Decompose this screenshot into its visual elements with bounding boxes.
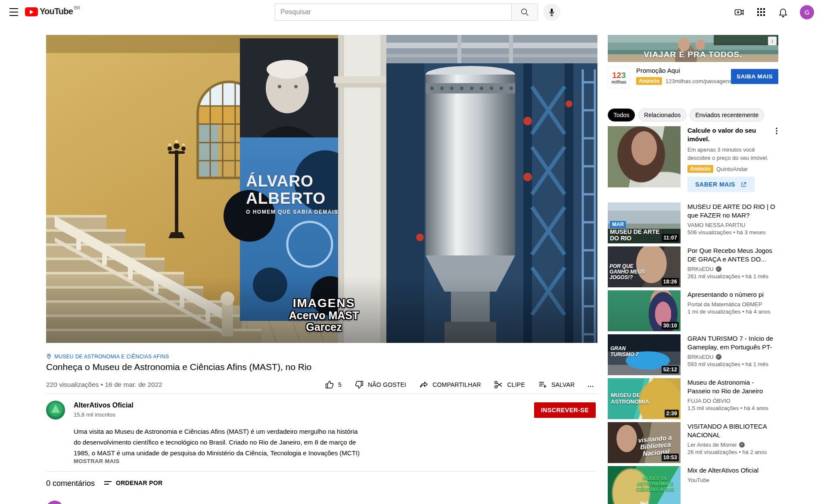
suggested-video[interactable]: visitando a Biblioteca Nacional 10:53 VI… [608, 422, 778, 463]
create-video-icon[interactable] [734, 7, 744, 17]
video-channel[interactable]: FUJA DO ÓBVIO [687, 398, 731, 404]
advertiser-logo-top: 123 [612, 71, 626, 79]
verified-badge-icon: ✓ [716, 354, 721, 360]
banner-ad[interactable]: VIAJAR É PRA TODOS. i [608, 35, 778, 62]
kebab-menu-icon[interactable] [772, 126, 781, 136]
share-button[interactable]: COMPARTILHAR [419, 380, 481, 389]
video-thumbnail[interactable]: MUSEU DE ASTRONOMIA 2:39 [608, 378, 681, 419]
mic-button[interactable] [543, 3, 560, 21]
video-meta-row: 220 visualizações • 16 de mar. de 2022 5… [46, 376, 597, 394]
duration-badge: 11:07 [662, 234, 679, 242]
sort-comments-button[interactable]: ORDENAR POR [104, 479, 162, 486]
youtube-logo[interactable]: YouTube BR [25, 6, 80, 16]
youtube-play-icon [25, 7, 38, 16]
video-frame-art [46, 35, 597, 343]
mic-icon [547, 7, 557, 17]
thumb-text: MUSEU DE ASTRONOMIA E CIÊNCIAS AFINS [631, 476, 679, 492]
video-thumbnail[interactable]: visitando a Biblioteca Nacional 10:53 [608, 422, 681, 463]
channel-name[interactable]: AlterAtivos Oficial [74, 401, 134, 409]
dislike-label: NÃO GOSTEI [368, 381, 406, 388]
search-area [275, 3, 560, 21]
show-more-button[interactable]: MOSTRAR MAIS [74, 458, 120, 464]
comment-input-avatar[interactable] [46, 501, 63, 504]
chip-relacionados[interactable]: Relacionados [638, 109, 686, 121]
suggested-video[interactable]: 30:10 Apresentando o número pi Portal da… [608, 290, 778, 331]
video-player[interactable]: ÁLVARO ALBERTO O HOMEM QUE SABIA DEMAIS … [46, 35, 597, 343]
suggested-video[interactable]: MAR MUSEU DE ARTE DO RIO 11:07 MUSEU DE … [608, 202, 778, 243]
video-thumbnail[interactable]: MUSEU DE ASTRONOMIA E CIÊNCIAS AFINS [608, 466, 681, 504]
chip-todos[interactable]: Todos [608, 109, 635, 121]
video-title[interactable]: Apresentando o número pi [687, 290, 778, 299]
comments-count: 0 comentários [46, 479, 95, 488]
menu-icon[interactable] [9, 8, 18, 16]
chip-enviados-recentemente[interactable]: Enviados recentemente [690, 109, 764, 121]
suggested-video[interactable]: MUSEU DE ASTRONOMIA E CIÊNCIAS AFINS Mix… [608, 466, 778, 504]
video-title[interactable]: Por Que Recebo Meus Jogos DE GRAÇA e ANT… [687, 246, 778, 264]
subscribe-button[interactable]: INSCREVER-SE [534, 402, 596, 418]
video-thumbnail[interactable]: GRAN TURISMO 7 52:12 [608, 334, 681, 375]
suggested-video[interactable]: GRAN TURISMO 7 52:12 GRAN TURISMO 7 - In… [608, 334, 778, 375]
location-pin-icon [46, 353, 52, 360]
save-button[interactable]: SALVAR [538, 380, 575, 389]
video-title[interactable]: MUSEU DE ARTE DO RIO | O que FAZER no MA… [687, 202, 778, 220]
video-title: Conheça o Museu de Astronomia e Ciências… [46, 362, 311, 372]
more-actions-button[interactable]: ... [588, 381, 594, 388]
video-actions: 5 NÃO GOSTEI COMPARTILHAR CLIPE SALVAR .… [325, 380, 594, 389]
video-channel[interactable]: Portal da Matemática OBMEP [687, 301, 762, 308]
video-thumbnail[interactable]: MAR MUSEU DE ARTE DO RIO 11:07 [608, 202, 681, 243]
ad-item-title[interactable]: Calcule o valor do seu imóvel. [687, 126, 772, 143]
avatar-initial: G [805, 9, 810, 16]
saber-mais-button[interactable]: SABER MAIS [687, 177, 755, 192]
clip-button[interactable]: CLIPE [494, 380, 525, 389]
clip-label: CLIPE [507, 381, 525, 388]
location-label: MUSEU DE ASTRONOMIA E CIÊNCIAS AFINS [54, 354, 169, 360]
ad-info-icon[interactable]: i [768, 37, 777, 45]
sidebar: VIAJAR É PRA TODOS. i 123 milhas Promoçã… [608, 35, 778, 504]
video-location-link[interactable]: MUSEU DE ASTRONOMIA E CIÊNCIAS AFINS [46, 353, 169, 360]
suggested-video[interactable]: MUSEU DE ASTRONOMIA 2:39 Museu de Astron… [608, 378, 778, 419]
advertiser-logo[interactable]: 123 milhas [608, 67, 630, 88]
sidebar-ad-item[interactable]: Calcule o valor do seu imóvel. Em apenas… [608, 126, 778, 187]
search-input[interactable] [275, 3, 511, 21]
notifications-bell-icon[interactable] [778, 7, 788, 17]
ad-item-text: Calcule o valor do seu imóvel. Em apenas… [687, 126, 778, 187]
like-button[interactable]: 5 [325, 380, 342, 389]
ad-item-body: Em apenas 3 minutos você descobre o preç… [687, 146, 774, 162]
video-thumbnail[interactable]: 30:10 [608, 290, 681, 331]
video-channel[interactable]: Ler Antes de Morrer [687, 442, 737, 448]
video-title[interactable]: VISITANDO A BIBLIOTECA NACIONAL [687, 422, 778, 439]
dislike-button[interactable]: NÃO GOSTEI [354, 380, 406, 389]
logo-country-code: BR [74, 6, 80, 10]
video-channel[interactable]: VAMO NESSA PARTIU [687, 222, 745, 228]
channel-avatar[interactable] [46, 401, 65, 420]
video-channel[interactable]: BRKsEDU [687, 266, 714, 272]
account-avatar[interactable]: G [800, 5, 814, 19]
search-button[interactable] [511, 3, 538, 21]
video-title[interactable]: Mix de AlterAtivos Oficial [687, 466, 778, 475]
ad-item-thumbnail[interactable] [608, 126, 681, 187]
video-thumbnail[interactable]: POR QUE GANHO MEUS JOGOS!? 18:26 [608, 246, 681, 287]
suggested-videos-list: MAR MUSEU DE ARTE DO RIO 11:07 MUSEU DE … [608, 202, 778, 504]
duration-badge: 18:26 [662, 278, 679, 286]
video-title[interactable]: Museu de Astronomia - Passeio no Rio de … [687, 378, 778, 395]
video-meta: 506 visualizações • há 3 meses [687, 229, 778, 236]
video-meta: 26 mil visualizações • há 2 anos [687, 449, 778, 455]
logo-text: YouTube [40, 6, 73, 16]
sort-icon [104, 481, 112, 485]
divider [46, 471, 597, 472]
thumb-text: MUSEU DE ARTE DO RIO [610, 229, 662, 242]
verified-badge-icon: ✓ [716, 266, 721, 272]
ad-item-subtitle-row: Anúncio QuintoAndar [687, 165, 778, 173]
apps-grid-icon[interactable] [756, 7, 766, 17]
video-text: GRAN TURISMO 7 - Início de Gameplay, em … [687, 334, 778, 375]
banner-ad-slogan: VIAJAR É PRA TODOS. [608, 50, 778, 59]
video-title[interactable]: GRAN TURISMO 7 - Início de Gameplay, em … [687, 334, 778, 352]
suggested-video[interactable]: POR QUE GANHO MEUS JOGOS!? 18:26 Por Que… [608, 246, 778, 287]
thumb-text: POR QUE GANHO MEUS JOGOS!? [609, 264, 647, 280]
video-channel[interactable]: YouTube [687, 477, 709, 483]
saiba-mais-button[interactable]: SAIBA MAIS [731, 69, 778, 84]
playlist-add-icon [538, 380, 547, 389]
ad-badge: Anúncio [636, 77, 662, 85]
ad-title[interactable]: Promoção Aqui [636, 67, 680, 74]
video-channel[interactable]: BRKsEDU [687, 354, 714, 360]
